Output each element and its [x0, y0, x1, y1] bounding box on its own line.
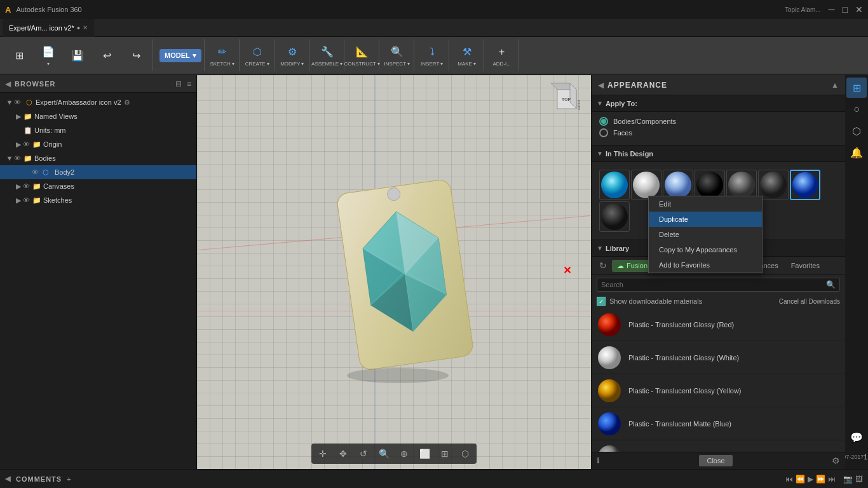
addin-btn[interactable]: + ADD-I... [488, 41, 516, 69]
rs-grid-icon[interactable]: ⊞ [846, 78, 867, 98]
settings-icon[interactable]: ⚙ [832, 456, 840, 466]
sketch-btn[interactable]: ✏ SKETCH ▾ [208, 41, 236, 69]
svg-point-30 [598, 445, 621, 452]
apply-to-header[interactable]: ▼ Apply To: [592, 95, 845, 112]
swatch-single-dark[interactable] [599, 201, 630, 232]
minimize-btn[interactable]: ─ [829, 4, 835, 15]
ctx-copy-appearances[interactable]: Copy to My Appearances [649, 242, 762, 257]
display-mode-btn[interactable]: ⬜ [416, 446, 433, 461]
bodies-components-radio[interactable] [599, 117, 608, 126]
comments-add-icon[interactable]: + [67, 475, 71, 483]
ctx-delete[interactable]: Delete [649, 227, 762, 242]
mode-dropdown[interactable]: MODEL ▾ [159, 49, 201, 62]
inspect-btn[interactable]: 🔍 INSPECT ▾ [383, 41, 411, 69]
tree-canvases[interactable]: ▶ 👁 📁 Canvases [0, 179, 196, 193]
rs-tools-icon[interactable]: ⬡ [846, 121, 867, 141]
tree-root-eye[interactable]: 👁 [14, 98, 23, 106]
cancel-downloads[interactable]: Cancel all Downloads [779, 298, 840, 305]
material-item-white[interactable]: Plastic - Translucent Glossy (White) [592, 341, 845, 374]
orbit-tool[interactable]: ↺ [355, 446, 372, 461]
close-button[interactable]: Close [699, 455, 732, 466]
modify-btn[interactable]: ⚙ MODIFY ▾ [278, 41, 306, 69]
in-design-header[interactable]: ▼ In This Design [592, 146, 845, 162]
rs-chat-icon[interactable]: 💬 [846, 427, 867, 447]
app-menu-btn[interactable]: ⊞ [5, 41, 33, 69]
redo-btn[interactable]: ↪ [122, 41, 150, 69]
tree-named-views[interactable]: ▶ 📁 Named Views [0, 109, 196, 123]
browser-collapse-icon[interactable]: ⊟ [175, 79, 182, 88]
faces-radio[interactable] [599, 128, 608, 137]
material-thumb-yellow [597, 378, 622, 403]
construct-btn[interactable]: 📐 CONSTRUCT ▾ [348, 41, 376, 69]
playback-next[interactable]: ⏩ [816, 475, 825, 484]
zoom-tool[interactable]: 🔍 [375, 446, 393, 461]
display-icon[interactable]: 🖼 [855, 475, 863, 484]
sketches-eye[interactable]: 👁 [23, 196, 32, 204]
tree-sketches[interactable]: ▶ 👁 📁 Sketches [0, 193, 196, 207]
nav-cube[interactable]: TOP RIGHT [548, 80, 586, 118]
rs-search-icon[interactable]: ○ [846, 99, 867, 119]
search-bar[interactable]: 🔍 [597, 278, 840, 292]
swatch-darkgray[interactable] [758, 170, 789, 200]
insert-btn[interactable]: ⤵ INSERT ▾ [418, 41, 446, 69]
app-logo: A [5, 5, 11, 15]
material-item-yellow[interactable]: Plastic - Translucent Glossy (Yellow) [592, 374, 845, 407]
maximize-btn[interactable]: □ [843, 4, 848, 15]
material-item-blue[interactable]: Plastic - Translucent Matte (Blue) [592, 407, 845, 440]
tree-body2[interactable]: 👁 ⬡ Body2 [0, 165, 196, 179]
appearance-collapse-icon: ◀ [598, 81, 604, 90]
bodies-components-option[interactable]: Bodies/Components [599, 117, 837, 126]
comments-expand-icon[interactable]: ◀ [5, 475, 11, 483]
tab-close-icon[interactable]: ✕ [83, 24, 88, 31]
info-icon[interactable]: ℹ [597, 456, 600, 465]
camera-icon[interactable]: 📷 [843, 475, 853, 484]
playback-play[interactable]: ▶ [808, 475, 813, 484]
downloadable-checkbox[interactable] [597, 297, 606, 306]
material-item-gray[interactable]: Plastic - Translucent Matte (Gray) [592, 440, 845, 452]
canvases-eye[interactable]: 👁 [23, 182, 32, 190]
search-tool[interactable]: ⊕ [395, 446, 413, 461]
toolbar-construct-group: 📐 CONSTRUCT ▾ [346, 39, 379, 71]
assemble-btn[interactable]: 🔧 ASSEMBLE ▾ [313, 41, 341, 69]
library-label: Library [606, 245, 629, 252]
tree-units[interactable]: 📋 Units: mm [0, 123, 196, 137]
material-item-red[interactable]: Plastic - Translucent Glossy (Red) [592, 308, 845, 341]
save-btn[interactable]: 💾 [64, 41, 92, 69]
ctx-duplicate[interactable]: Duplicate [649, 212, 762, 227]
faces-option[interactable]: Faces [599, 128, 837, 137]
appearance-expand-icon[interactable]: ▲ [831, 81, 839, 90]
tree-root-settings[interactable]: ⚙ [124, 98, 130, 107]
search-input[interactable] [601, 281, 824, 288]
browser-settings-icon[interactable]: ≡ [187, 79, 191, 88]
favorites-tab[interactable]: Favorites [786, 260, 825, 271]
file-btn[interactable]: 📄 ▾ [34, 41, 62, 69]
viewport[interactable]: TOP RIGHT ✕ ✛ ✥ ↺ 🔍 ⊕ ⬜ ⊞ ⬡ [197, 75, 591, 469]
swatch-teal[interactable] [599, 170, 630, 200]
create-btn[interactable]: ⬡ CREATE ▾ [243, 41, 271, 69]
swatch-blue-selected[interactable] [790, 170, 820, 200]
rs-bell-icon[interactable]: 🔔 [846, 142, 867, 163]
refresh-btn[interactable]: ↻ [597, 259, 609, 272]
ctx-add-favorites[interactable]: Add to Favorites [649, 257, 762, 273]
body2-eye[interactable]: 👁 [32, 168, 41, 176]
make-btn[interactable]: ⚒ MAKE ▾ [453, 41, 481, 69]
viewcube-btn[interactable]: ⬡ [456, 446, 474, 461]
browser-back-icon[interactable]: ◀ [5, 79, 11, 88]
ctx-edit[interactable]: Edit [649, 196, 762, 212]
playback-prev[interactable]: ⏪ [796, 475, 805, 484]
tree-root[interactable]: ▼ 👁 ⬡ Expert/Ambassador icon v2 ⚙ [0, 95, 196, 109]
tree-bodies[interactable]: ▼ 👁 📁 Bodies [0, 151, 196, 165]
playback-start[interactable]: ⏮ [785, 475, 793, 484]
origin-eye[interactable]: 👁 [23, 140, 32, 148]
bodies-arrow: ▼ [5, 154, 14, 162]
grid-btn[interactable]: ⊞ [436, 446, 454, 461]
tree-origin[interactable]: ▶ 👁 📁 Origin [0, 137, 196, 151]
move-tool[interactable]: ✛ [314, 446, 332, 461]
playback-end[interactable]: ⏭ [828, 475, 836, 484]
pan-tool[interactable]: ✥ [334, 446, 352, 461]
svg-point-29 [598, 412, 621, 435]
active-tab[interactable]: Expert/Am... icon v2* ● ✕ [3, 19, 95, 37]
close-btn[interactable]: ✕ [855, 4, 863, 15]
bodies-eye[interactable]: 👁 [14, 154, 23, 162]
undo-btn[interactable]: ↩ [93, 41, 121, 69]
